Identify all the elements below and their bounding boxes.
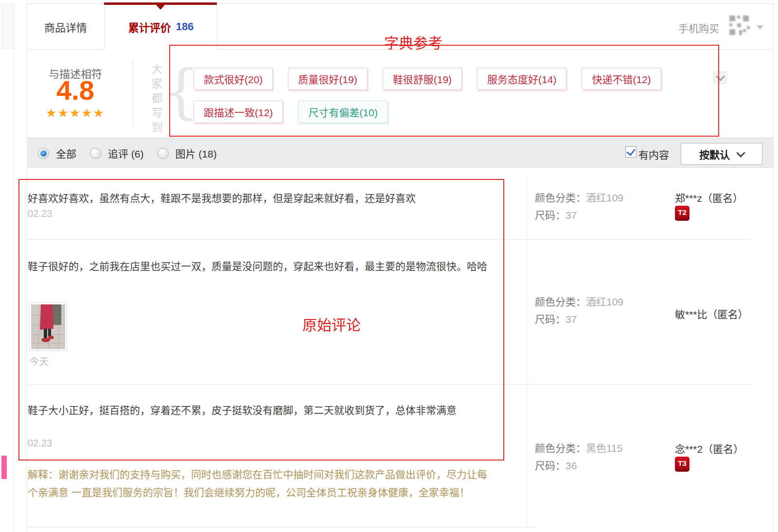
left-gutter-box [1,3,15,49]
sku-size-value: 37 [566,210,577,221]
left-gutter-divider [14,48,14,532]
radio-follow-up-label[interactable]: 追评 (6) [108,146,144,160]
review-filter-radios: 全部 追评 (6) 图片 (18) [38,146,224,160]
mobile-buy-label: 手机购买 [678,20,719,35]
sku-color-label: 颜色分类： [535,296,586,307]
review-divider [28,527,536,528]
annotation-label-original-comments: 原始评论 [302,313,361,335]
sort-dropdown[interactable]: 按默认 [681,143,762,165]
qr-code-icon[interactable] [728,15,750,36]
tab-reviews-count: 186 [176,20,194,33]
rating-stars-icon: ★★★★★ [36,106,114,120]
review-page: 商品详情 累计评价 186 手机购买 与描述相符 4.8 ★★★★★ 大家都写到… [0,0,778,532]
chevron-down-icon [736,148,745,157]
review-sku-color: 颜色分类：酒红109 [535,294,623,308]
reviewer-name: 郑***z（匿名） [675,190,743,205]
tab-product-details[interactable]: 商品详情 [27,4,104,50]
annotation-box-dictionary [169,45,719,137]
annotation-label-dictionary: 字典参考 [384,31,442,53]
sku-color-value: 酒红109 [586,296,623,307]
radio-all[interactable] [38,148,49,159]
annotation-box-original-comments [18,179,504,461]
radio-with-photos-label[interactable]: 图片 (18) [176,146,217,160]
sku-color-label: 颜色分类： [535,443,586,454]
reviewer-level-badge: T2 [675,206,690,221]
review-sku-size: 尺码：37 [535,207,577,222]
reviewer-name: 念***2（匿名） [675,441,743,456]
has-content-label[interactable]: 有内容 [638,147,669,161]
pink-scroll-marker [1,456,7,479]
sku-size-label: 尺码： [535,460,566,471]
mobile-buy-caret-icon[interactable] [757,25,763,33]
radio-all-label[interactable]: 全部 [56,146,76,160]
reviewer-level-badge: T3 [675,457,690,472]
sku-color-value: 黑色115 [586,443,622,454]
seller-reply: 解释：谢谢亲对我们的支持与购买，同时也感谢您在百忙中抽时间对我们这款产品做出评价… [28,465,490,501]
active-tab-indicator-arrow-icon [156,5,165,14]
sort-dropdown-value: 按默认 [699,147,730,161]
summary-dotted-divider [132,61,133,125]
sku-size-label: 尺码： [535,314,566,325]
rating-score: 4.8 [36,76,114,105]
everyone-writes-note: 大家都写到 [148,63,164,136]
review-columns-divider [527,179,527,528]
has-content-checkbox[interactable] [625,146,637,158]
review-sku-color: 颜色分类：黑色115 [535,440,622,455]
sku-color-label: 颜色分类： [535,192,586,203]
radio-follow-up[interactable] [90,148,101,159]
sku-size-value: 37 [566,314,577,325]
radio-with-photos[interactable] [158,148,169,159]
review-sku-color: 颜色分类：酒红109 [535,190,623,204]
tab-reviews-label: 累计评价 [128,19,171,35]
reviewer-name: 敏***比（匿名） [675,306,748,321]
sku-size-label: 尺码： [535,210,566,221]
sku-size-value: 36 [566,460,577,471]
review-sku-size: 尺码：37 [535,311,577,326]
review-sku-size: 尺码：36 [535,458,577,472]
sku-color-value: 酒红109 [586,192,623,203]
